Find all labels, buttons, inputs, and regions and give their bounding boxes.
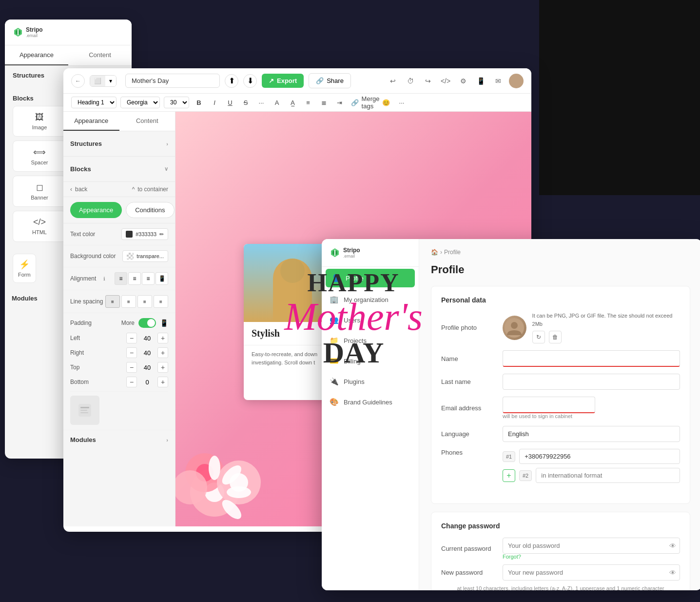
conditions-button[interactable]: Conditions <box>126 202 174 218</box>
back-label[interactable]: back <box>75 186 87 193</box>
line-spacing-1-btn[interactable]: ≡ <box>105 295 120 308</box>
more-options-button[interactable]: ··· <box>396 97 408 108</box>
appearance-button[interactable]: Appearance <box>70 202 122 218</box>
align-left-btn[interactable]: ≡ <box>115 272 127 285</box>
new-password-eye-icon[interactable]: 👁 <box>669 569 676 577</box>
bottom-plus-btn[interactable]: + <box>157 377 168 387</box>
password-section-title: Change password <box>441 522 680 530</box>
settings-button[interactable]: ⚙ <box>456 74 470 88</box>
phone2-input[interactable] <box>536 468 680 483</box>
new-password-input[interactable] <box>503 564 680 581</box>
line-spacing-2-btn[interactable]: ≡ <box>121 295 136 308</box>
underline-button[interactable]: U <box>224 97 236 108</box>
nav-item-plugins[interactable]: 🔌 Plugins <box>322 371 419 392</box>
current-password-eye-icon[interactable]: 👁 <box>669 542 676 550</box>
phone1-input[interactable] <box>519 449 680 464</box>
line-spacing-3-btn[interactable]: ≡ <box>137 295 152 308</box>
code-button[interactable]: </> <box>439 74 452 88</box>
bottom-minus-btn[interactable]: − <box>126 377 137 387</box>
right-plus-btn[interactable]: + <box>157 347 168 358</box>
tab-appearance-back[interactable]: Appearance <box>5 45 68 65</box>
italic-button[interactable]: I <box>209 97 220 108</box>
desktop-view-btn[interactable]: ⬜ <box>90 76 105 86</box>
language-select[interactable]: English <box>503 426 680 442</box>
block-html[interactable]: </> HTML <box>13 211 66 242</box>
tab-content-back[interactable]: Content <box>68 45 132 65</box>
stripo-name-back: Stripo .email <box>26 26 43 38</box>
list-button[interactable]: ≣ <box>318 97 330 108</box>
bottom-stepper: − 0 + <box>126 377 168 387</box>
align-center-btn[interactable]: ≡ <box>128 272 141 285</box>
email-input[interactable] <box>503 397 595 413</box>
line-spacing-4-btn[interactable]: ≡ <box>154 295 168 308</box>
undo-button[interactable]: ↩ <box>386 74 400 88</box>
name-input[interactable] <box>503 350 680 367</box>
nav-item-brand-guidelines[interactable]: 🎨 Brand Guidelines <box>322 392 419 412</box>
view-dropdown-btn[interactable]: ▾ <box>105 76 116 86</box>
font-color-button[interactable]: A <box>271 97 283 108</box>
strikethrough-button[interactable]: S <box>240 97 252 108</box>
bold-button[interactable]: B <box>193 97 205 108</box>
user-avatar[interactable] <box>509 74 524 88</box>
profile-main: 🏠 › Profile Profile Personal data Profil… <box>419 239 700 590</box>
sidebar-tab-appearance[interactable]: Appearance <box>63 112 119 131</box>
refresh-photo-btn[interactable]: ↻ <box>532 331 545 343</box>
font-size-select[interactable]: 30 <box>164 97 189 108</box>
blocks-header: Blocks ∨ <box>70 161 168 177</box>
editor-sidebar: Appearance Content Structures › Blocks ∨… <box>63 112 175 526</box>
to-container-label[interactable]: to container <box>137 186 168 193</box>
mobile-preview-button[interactable]: 📱 <box>474 74 487 88</box>
more-format-button[interactable]: ··· <box>255 97 267 108</box>
left-minus-btn[interactable]: − <box>126 333 137 343</box>
bg-color-button[interactable]: A̲ <box>287 97 298 108</box>
export-button[interactable]: ↗ Export <box>262 74 304 88</box>
left-plus-btn[interactable]: + <box>157 333 168 343</box>
align-right-btn[interactable]: ≡ <box>142 272 155 285</box>
bottom-value: 0 <box>140 379 155 386</box>
send-test-button[interactable]: ✉ <box>491 74 505 88</box>
align-mobile-btn[interactable]: 📱 <box>156 272 168 285</box>
to-container-arrow: ^ <box>132 186 135 193</box>
font-select[interactable]: Georgia <box>120 97 160 108</box>
padding-toggle[interactable] <box>138 318 156 328</box>
brand-nav-icon: 🎨 <box>330 398 339 406</box>
back-button[interactable]: ← <box>71 74 85 88</box>
emoji-button[interactable]: 😊 <box>380 97 392 108</box>
download-button[interactable]: ⬇ <box>243 74 257 88</box>
svg-rect-4 <box>80 407 89 408</box>
align-button[interactable]: ≡ <box>302 97 314 108</box>
top-minus-btn[interactable]: − <box>126 362 137 373</box>
heading-select[interactable]: Heading 1 <box>71 97 117 108</box>
block-spacer[interactable]: ⟺ Spacer <box>13 140 66 172</box>
current-password-row: Current password 👁 Forgot? <box>441 538 680 560</box>
blocks-section: Blocks ∨ <box>63 157 175 182</box>
svg-point-30 <box>511 322 518 329</box>
merge-tags-button[interactable]: Merge tags <box>365 97 376 108</box>
share-button[interactable]: 🔗 Share <box>309 73 351 88</box>
link-button[interactable]: 🔗 <box>349 97 361 108</box>
top-plus-btn[interactable]: + <box>157 362 168 373</box>
right-minus-btn[interactable]: − <box>126 347 137 358</box>
upload-button[interactable]: ⬆ <box>225 74 238 88</box>
bg-color-swatch[interactable]: transpare... <box>122 250 168 262</box>
forgot-password-link[interactable]: Forgot? <box>503 554 680 560</box>
indent-button[interactable]: ⇥ <box>333 97 345 108</box>
stripo-logo-icon-back <box>13 27 23 38</box>
back-editor-topbar: Stripo .email <box>5 20 132 45</box>
last-name-input[interactable] <box>503 374 680 390</box>
history-button[interactable]: ⏱ <box>404 74 417 88</box>
block-image[interactable]: 🖼 Image <box>13 106 66 137</box>
delete-photo-btn[interactable]: 🗑 <box>549 331 562 343</box>
sidebar-tab-content[interactable]: Content <box>119 112 175 131</box>
text-color-swatch[interactable]: #333333 ✏ <box>121 228 168 240</box>
add-phone-btn[interactable]: + <box>503 469 515 482</box>
block-form[interactable]: ⚡ Form <box>13 254 36 283</box>
module-preview-item <box>70 396 99 425</box>
block-banner[interactable]: ◻ Banner <box>13 176 66 207</box>
template-name-input[interactable] <box>125 74 220 88</box>
phones-section: #1 + #2 <box>503 449 680 487</box>
redo-button[interactable]: ↪ <box>421 74 435 88</box>
modules-chevron: › <box>166 437 168 443</box>
current-password-input[interactable] <box>503 538 680 554</box>
padding-label: Padding <box>70 320 92 326</box>
